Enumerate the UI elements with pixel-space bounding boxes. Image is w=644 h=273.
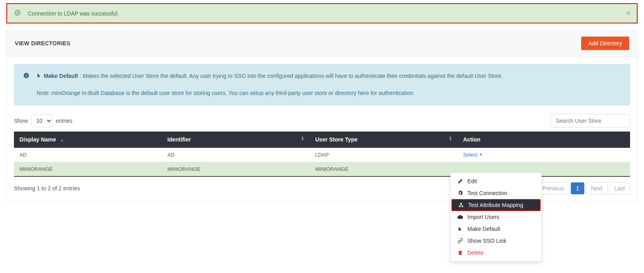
menu-test-attribute-mapping[interactable]: Test Attribute Mapping bbox=[451, 199, 541, 205]
cell-display-name: AD bbox=[14, 147, 162, 162]
entries-select[interactable]: 10 bbox=[31, 114, 53, 127]
info-text: Make Default : Makes the selected User S… bbox=[37, 72, 503, 98]
col-display-name[interactable]: Display Name ▲ bbox=[14, 132, 162, 148]
cursor-icon bbox=[37, 72, 41, 81]
page-previous[interactable]: Previous bbox=[537, 182, 569, 194]
svg-rect-4 bbox=[461, 203, 461, 204]
sort-icon: ▲▼ bbox=[301, 136, 304, 141]
svg-rect-2 bbox=[26, 75, 26, 77]
table-toolbar: Show 10 entries bbox=[14, 114, 630, 128]
info-callout: Make Default : Makes the selected User S… bbox=[14, 64, 630, 105]
cell-user-store-type: MINIORANGE bbox=[310, 162, 458, 176]
show-label: Show bbox=[14, 118, 28, 124]
info-icon bbox=[23, 72, 29, 98]
select-action[interactable]: Select ▼ bbox=[463, 152, 483, 158]
col-user-store-type[interactable]: User Store Type ▲▼ bbox=[310, 132, 458, 148]
page-title: VIEW DIRECTORIES bbox=[15, 40, 70, 46]
col-identifier[interactable]: Identifier ▲▼ bbox=[162, 132, 310, 148]
page-next[interactable]: Next bbox=[586, 182, 608, 194]
close-icon[interactable]: × bbox=[626, 10, 630, 17]
svg-rect-3 bbox=[26, 74, 26, 74]
cell-identifier: MINIORANGE bbox=[162, 162, 310, 176]
edit-icon bbox=[457, 178, 463, 184]
info-note: Note: miniOrange In-Built Database is th… bbox=[37, 89, 503, 97]
alert-success: Connection to LDAP was successful. × bbox=[6, 3, 638, 23]
entries-label: entries bbox=[56, 118, 72, 124]
action-dropdown: Edit Test Connection Test Attribute Mapp… bbox=[450, 172, 542, 205]
svg-point-0 bbox=[15, 10, 20, 15]
page-number[interactable]: 1 bbox=[571, 182, 584, 194]
cell-user-store-type: LDAP bbox=[310, 147, 458, 162]
add-directory-button[interactable]: Add Directory bbox=[581, 37, 629, 50]
sort-icon: ▲▼ bbox=[449, 136, 452, 141]
table-row: AD AD LDAP Select ▼ bbox=[14, 147, 630, 162]
search-input[interactable] bbox=[551, 114, 630, 128]
page-last[interactable]: Last bbox=[609, 182, 630, 194]
cell-identifier: AD bbox=[162, 147, 310, 162]
alert-message: Connection to LDAP was successful. bbox=[28, 10, 119, 17]
make-default-label: Make Default bbox=[44, 73, 78, 79]
sort-asc-icon: ▲ bbox=[60, 138, 64, 142]
panel-header: VIEW DIRECTORIES Add Directory bbox=[7, 30, 637, 57]
gear-icon bbox=[457, 190, 463, 196]
menu-edit[interactable]: Edit bbox=[451, 175, 541, 187]
directories-table: Display Name ▲ Identifier ▲▼ User Store … bbox=[14, 132, 630, 177]
mapping-icon bbox=[458, 202, 464, 205]
menu-test-connection[interactable]: Test Connection bbox=[451, 187, 541, 199]
directories-panel: VIEW DIRECTORIES Add Directory Make Defa… bbox=[6, 30, 638, 202]
caret-down-icon: ▼ bbox=[479, 153, 483, 157]
check-circle-icon bbox=[14, 10, 21, 17]
make-default-desc: : Makes the selected User Store the defa… bbox=[80, 73, 503, 79]
showing-text: Showing 1 to 2 of 2 entries bbox=[14, 185, 80, 192]
col-action: Action bbox=[457, 132, 630, 148]
cell-display-name: MINIORANGE bbox=[14, 162, 162, 176]
